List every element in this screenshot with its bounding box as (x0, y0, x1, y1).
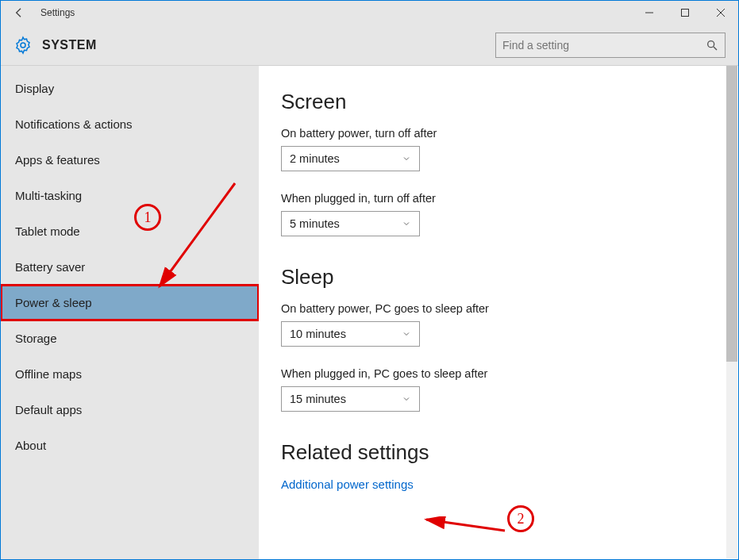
search-input[interactable] (502, 39, 706, 52)
sidebar-item-label: About (15, 439, 46, 452)
sidebar-item-label: Multi-tasking (15, 189, 82, 202)
close-icon (717, 9, 725, 17)
svg-point-4 (21, 43, 25, 48)
window-title: Settings (37, 7, 631, 18)
arrow-left-icon (13, 6, 25, 19)
additional-power-settings-link[interactable]: Additional power settings (281, 478, 414, 491)
sidebar-item-label: Display (15, 82, 54, 95)
chevron-down-icon (402, 219, 411, 228)
sidebar-item-label: Battery saver (15, 260, 85, 274)
settings-window: Settings SYSTEM Display Notific (0, 0, 739, 560)
sidebar-item-label: Default apps (15, 403, 82, 416)
select-value: 2 minutes (290, 152, 402, 165)
chevron-down-icon (402, 329, 411, 339)
search-icon (706, 39, 718, 52)
gear-icon (13, 36, 33, 55)
maximize-button[interactable] (667, 1, 702, 25)
window-controls (631, 1, 738, 25)
select-value: 5 minutes (290, 217, 402, 230)
sleep-plugged-label: When plugged in, PC goes to sleep after (281, 367, 716, 380)
minimize-icon (645, 9, 653, 17)
back-button[interactable] (1, 1, 37, 25)
titlebar: Settings (1, 1, 738, 25)
sidebar-item-display[interactable]: Display (1, 71, 259, 106)
scrollbar[interactable] (726, 66, 737, 558)
screen-heading: Screen (281, 90, 716, 114)
sidebar-item-apps[interactable]: Apps & features (1, 142, 259, 178)
sidebar-item-label: Tablet mode (15, 224, 80, 238)
sidebar-item-power-sleep[interactable]: Power & sleep (1, 285, 259, 320)
sidebar: Display Notifications & actions Apps & f… (1, 66, 259, 559)
sidebar-item-label: Offline maps (15, 367, 82, 381)
svg-line-6 (714, 47, 717, 50)
screen-battery-label: On battery power, turn off after (281, 127, 716, 140)
related-heading: Related settings (281, 440, 716, 465)
sleep-plugged-select[interactable]: 15 minutes (281, 386, 420, 412)
content: Screen On battery power, turn off after … (259, 66, 738, 559)
screen-plugged-label: When plugged in, turn off after (281, 192, 716, 205)
sleep-battery-select[interactable]: 10 minutes (281, 321, 420, 347)
svg-point-5 (708, 40, 714, 47)
body: Display Notifications & actions Apps & f… (1, 66, 738, 559)
sidebar-item-notifications[interactable]: Notifications & actions (1, 106, 259, 142)
sidebar-item-storage[interactable]: Storage (1, 320, 259, 356)
sidebar-item-offline-maps[interactable]: Offline maps (1, 356, 259, 392)
page-title: SYSTEM (42, 38, 495, 52)
sleep-heading: Sleep (281, 265, 716, 290)
sidebar-item-tablet[interactable]: Tablet mode (1, 213, 259, 249)
maximize-icon (681, 9, 689, 17)
chevron-down-icon (402, 154, 411, 163)
sidebar-item-label: Power & sleep (15, 296, 92, 309)
select-value: 10 minutes (290, 328, 402, 340)
sidebar-item-multitasking[interactable]: Multi-tasking (1, 178, 259, 213)
select-value: 15 minutes (290, 393, 402, 405)
close-button[interactable] (702, 1, 738, 25)
chevron-down-icon (402, 394, 411, 404)
sidebar-item-default-apps[interactable]: Default apps (1, 392, 259, 428)
sidebar-item-label: Notifications & actions (15, 117, 133, 131)
screen-battery-select[interactable]: 2 minutes (281, 146, 420, 171)
minimize-button[interactable] (631, 1, 667, 25)
sidebar-item-label: Apps & features (15, 153, 100, 167)
scrollbar-thumb[interactable] (726, 66, 737, 362)
sidebar-item-battery[interactable]: Battery saver (1, 249, 259, 285)
svg-rect-1 (681, 10, 688, 17)
sleep-battery-label: On battery power, PC goes to sleep after (281, 302, 716, 315)
search-box[interactable] (495, 33, 726, 58)
screen-plugged-select[interactable]: 5 minutes (281, 211, 420, 236)
sidebar-item-label: Storage (15, 332, 57, 345)
header: SYSTEM (1, 25, 738, 66)
sidebar-item-about[interactable]: About (1, 428, 259, 463)
